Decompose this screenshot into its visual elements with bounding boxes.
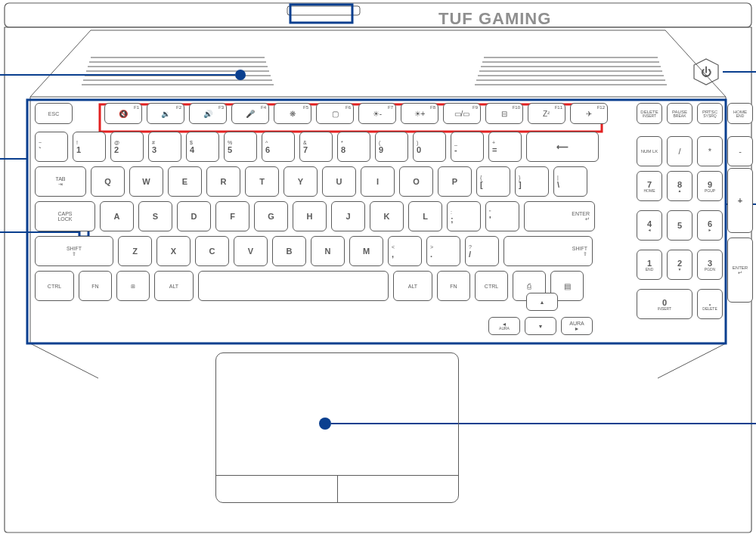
key-C[interactable]: C	[195, 236, 229, 266]
key-alt-left[interactable]: ALT	[154, 271, 194, 301]
key-num-0[interactable]: 0INSERT	[637, 289, 692, 319]
key-ctrl-right[interactable]: CTRL	[475, 271, 508, 301]
key-8[interactable]: *8	[337, 132, 370, 162]
key-2[interactable]: @2	[110, 132, 144, 162]
key-num-dot[interactable]: .DELETE	[697, 289, 723, 319]
key-arrow-right[interactable]: AURA ►	[561, 317, 593, 335]
key-arrow-down[interactable]: ▼	[525, 317, 556, 335]
key-num-3[interactable]: -	[727, 136, 753, 166]
key-R[interactable]: R	[206, 166, 240, 197]
key-9[interactable]: (9	[375, 132, 408, 162]
key-capslock[interactable]: CAPSLOCK	[35, 201, 95, 231]
key-F[interactable]: F	[215, 201, 249, 231]
key-L[interactable]: L	[408, 201, 442, 231]
trackpad-button-left[interactable]	[216, 476, 338, 502]
key-arrow-left[interactable]: ◄ AURA	[488, 317, 520, 335]
key--[interactable]: _-	[451, 132, 484, 162]
key-ctrl-left[interactable]: CTRL	[35, 271, 74, 301]
key-X[interactable]: X	[156, 236, 191, 266]
trackpad-button-right[interactable]	[338, 476, 459, 502]
key-num-1[interactable]: /	[667, 136, 692, 166]
key-A[interactable]: A	[100, 201, 134, 231]
key-N[interactable]: N	[311, 236, 345, 266]
key-F7[interactable]: ☀-F7	[358, 103, 396, 124]
key-=[interactable]: +=	[488, 132, 522, 162]
key-B[interactable]: B	[272, 236, 306, 266]
key-F3[interactable]: 🔊F3	[189, 103, 227, 124]
key-fn-left[interactable]: FN	[79, 271, 112, 301]
key-arrow-up[interactable]: ▲	[526, 293, 558, 311]
key-F9[interactable]: ▭/▭F9	[443, 103, 481, 124]
key-,[interactable]: <,	[388, 236, 422, 266]
key-F8[interactable]: ☀+F8	[401, 103, 438, 124]
key-W[interactable]: W	[129, 166, 163, 197]
key-1[interactable]: !1	[73, 132, 106, 162]
key-U[interactable]: U	[322, 166, 356, 197]
key-num-enter[interactable]: ENTER↵	[727, 238, 753, 303]
key-prtsc[interactable]: PRTSCSYSRQ	[697, 103, 723, 124]
key-V[interactable]: V	[234, 236, 268, 266]
key-F12[interactable]: ✈F12	[570, 103, 608, 124]
key-num-5[interactable]: 5	[667, 210, 692, 241]
key-`[interactable]: ~`	[35, 132, 68, 162]
key-alt-right[interactable]: ALT	[393, 271, 432, 301]
key-num-7[interactable]: 7HOME	[637, 171, 662, 201]
key-shift-left[interactable]: SHIFT⇧	[35, 236, 113, 266]
key-num-2[interactable]: *	[697, 136, 723, 166]
key-3[interactable]: #3	[148, 132, 181, 162]
key-F11[interactable]: ZᶻF11	[528, 103, 565, 124]
key-6[interactable]: ^6	[262, 132, 295, 162]
key-num-8[interactable]: 8▲	[667, 171, 692, 201]
key-I[interactable]: I	[361, 166, 395, 197]
key-num-plus[interactable]: +	[727, 168, 753, 233]
key-num-6[interactable]: 6►	[697, 210, 723, 241]
key-0[interactable]: )0	[413, 132, 446, 162]
key-backspace[interactable]: ⟵	[526, 132, 599, 162]
key-fn-right[interactable]: FN	[437, 271, 470, 301]
key-F5[interactable]: ❋F5	[274, 103, 311, 124]
key-J[interactable]: J	[331, 201, 365, 231]
key-F6[interactable]: ▢F6	[316, 103, 354, 124]
key-delete[interactable]: DELETEINSERT	[637, 103, 662, 124]
key-Z[interactable]: Z	[118, 236, 152, 266]
key-F1[interactable]: 🔇F1	[104, 103, 142, 124]
key-K[interactable]: K	[370, 201, 404, 231]
key-Q[interactable]: Q	[91, 166, 125, 197]
key-E[interactable]: E	[168, 166, 202, 197]
key-[[interactable]: {[	[476, 166, 510, 197]
key-][interactable]: }]	[515, 166, 549, 197]
key-num-2[interactable]: 2▼	[667, 250, 692, 280]
key-home[interactable]: HOMEEND	[727, 103, 753, 124]
trackpad[interactable]	[215, 352, 459, 503]
key-num-3[interactable]: 3PGDN	[697, 250, 723, 280]
key-esc[interactable]: ESC	[35, 103, 73, 124]
key-space[interactable]	[198, 271, 389, 301]
key-'[interactable]: "'	[485, 201, 519, 231]
key-M[interactable]: M	[349, 236, 383, 266]
key-P[interactable]: P	[438, 166, 472, 197]
key-num-0[interactable]: NUM LK	[637, 136, 662, 166]
key-num-1[interactable]: 1END	[637, 250, 662, 280]
key-shift-right[interactable]: SHIFT⇧	[503, 236, 593, 266]
key-7[interactable]: &7	[299, 132, 333, 162]
key-.[interactable]: >.	[426, 236, 460, 266]
key-win-left[interactable]: ⊞	[116, 271, 150, 301]
key-H[interactable]: H	[293, 201, 327, 231]
key-D[interactable]: D	[177, 201, 211, 231]
key-5[interactable]: %5	[224, 132, 257, 162]
key-Y[interactable]: Y	[284, 166, 318, 197]
power-button[interactable]: ⏻	[694, 59, 718, 85]
key-O[interactable]: O	[399, 166, 433, 197]
key-num-9[interactable]: 9PGUP	[697, 171, 723, 201]
key-S[interactable]: S	[138, 201, 172, 231]
key-;[interactable]: :;	[447, 201, 481, 231]
key-pause[interactable]: PAUSEBREAK	[667, 103, 692, 124]
key-F2[interactable]: 🔉F2	[147, 103, 184, 124]
key-T[interactable]: T	[245, 166, 279, 197]
key-tab[interactable]: TAB⇥	[35, 166, 86, 197]
key-4[interactable]: $4	[186, 132, 219, 162]
key-G[interactable]: G	[254, 201, 288, 231]
key-enter[interactable]: ENTER↵	[524, 201, 595, 231]
key-num-4[interactable]: 4◄	[637, 210, 662, 241]
key-F4[interactable]: 🎤F4	[231, 103, 269, 124]
